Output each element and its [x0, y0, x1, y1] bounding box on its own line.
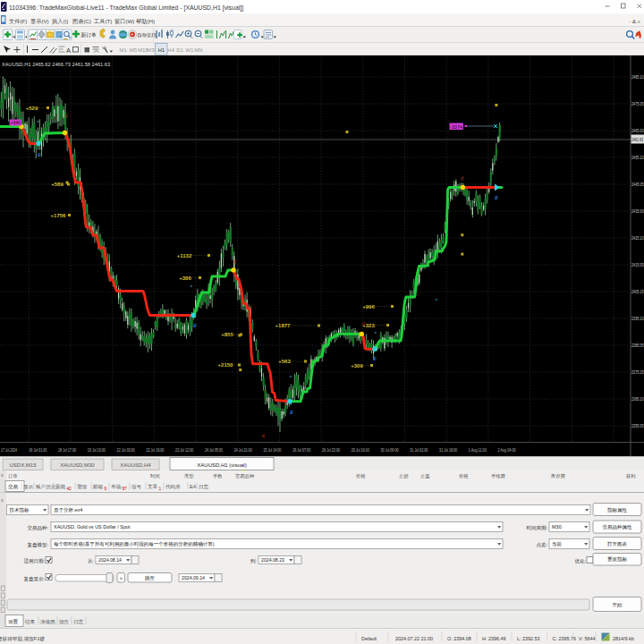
svg-text:+940: +940: [11, 120, 21, 125]
svg-text:x: x: [1, 497, 4, 503]
svg-text:获利: 获利: [626, 473, 636, 479]
svg-text:C: 2395.76: C: 2395.76: [553, 636, 576, 641]
svg-text:价格: 价格: [459, 473, 469, 479]
svg-text:2455.10: 2455.10: [631, 156, 644, 160]
svg-text:打开图表: 打开图表: [606, 541, 628, 547]
svg-text:净值图: 净值图: [40, 619, 55, 624]
svg-text:24 Jul 21:00: 24 Jul 21:00: [234, 448, 252, 453]
svg-text:适用日期:: 适用日期:: [23, 558, 45, 564]
svg-text:+2150: +2150: [218, 362, 234, 368]
svg-text:+386: +386: [179, 275, 191, 281]
svg-text:₽: ₽: [193, 323, 197, 328]
svg-text:XAUUSD, Gold vs US Dollar / Sp: XAUUSD, Gold vs US Dollar / Spot: [54, 524, 131, 530]
svg-text:2445.05: 2445.05: [631, 182, 644, 187]
svg-text:23 Jul 12:00: 23 Jul 12:00: [175, 448, 193, 453]
svg-text:24 Jul 05:00: 24 Jul 05:00: [205, 448, 223, 453]
svg-text:₽: ₽: [373, 356, 377, 361]
svg-text:D1: D1: [176, 47, 183, 53]
svg-text:交易: 交易: [8, 484, 19, 490]
svg-text:插入(I): 插入(I): [52, 18, 68, 25]
svg-text:日志: 日志: [73, 619, 84, 624]
svg-text:类型: 类型: [184, 473, 194, 479]
svg-text:手数: 手数: [213, 473, 223, 479]
svg-text:手续费: 手续费: [491, 473, 506, 479]
svg-text:-3374: -3374: [450, 124, 462, 130]
svg-text:交易品种属性: 交易品种属性: [603, 524, 633, 530]
svg-text:代码库: 代码库: [165, 484, 181, 489]
svg-text:22 Jul 03:00: 22 Jul 03:00: [117, 448, 135, 453]
svg-text:文章: 文章: [148, 484, 158, 489]
svg-text:新闻: 新闻: [55, 484, 65, 490]
svg-text:要获得帮助,请按F1键: 要获得帮助,请按F1键: [0, 636, 45, 642]
svg-text:新订单: 新订单: [81, 32, 97, 38]
svg-text:₽: ₽: [38, 152, 41, 157]
svg-text:1: 1: [158, 487, 161, 491]
svg-text:市场: 市场: [111, 484, 122, 490]
svg-text:2024.07.22 21:00: 2024.07.22 21:00: [395, 636, 433, 641]
svg-text:+563: +563: [278, 359, 291, 364]
svg-text:+1877: +1877: [275, 323, 292, 328]
svg-text:EA: EA: [190, 484, 197, 489]
svg-text:当前: 当前: [552, 541, 563, 547]
svg-text:2475.05: 2475.05: [631, 102, 644, 106]
svg-text:2814/9 kb: 2814/9 kb: [613, 636, 634, 641]
svg-text:原子分析.ex4: 原子分析.ex4: [54, 507, 82, 513]
svg-text:邮箱: 邮箱: [93, 484, 104, 490]
svg-text:»: »: [120, 575, 123, 580]
svg-text:XAUUSD,M30: XAUUSD,M30: [60, 462, 95, 468]
svg-text:29 Jul 16:00: 29 Jul 16:00: [352, 448, 369, 453]
svg-text:2485.10: 2485.10: [631, 75, 644, 80]
svg-text:MN: MN: [194, 47, 202, 53]
svg-text:2465.00: 2465.00: [631, 129, 644, 133]
svg-text:报告: 报告: [59, 619, 70, 624]
svg-text:工具(T): 工具(T): [93, 18, 112, 24]
svg-text:18 Jul 01:00: 18 Jul 01:00: [29, 448, 47, 453]
svg-text:25 Jul 14:00: 25 Jul 14:00: [263, 448, 281, 453]
svg-text:订单: 订单: [8, 473, 18, 479]
svg-text:跳至: 跳至: [145, 575, 156, 581]
svg-text:L: 2392.53: L: 2392.53: [517, 636, 539, 641]
svg-text:11034396: TradeMaxGlobal-Live1: 11034396: TradeMaxGlobal-Live11 - TradeM…: [9, 4, 243, 12]
svg-text:2425.10: 2425.10: [631, 236, 644, 241]
svg-text:日志: 日志: [199, 484, 209, 489]
svg-text:帮助(H): 帮助(H): [136, 18, 155, 25]
svg-text:账户历史: 账户历史: [36, 484, 56, 490]
svg-text:XAUUSD,H1 2465.62 2466.73 2461: XAUUSD,H1 2465.62 2466.73 2461.58 2461.6…: [2, 62, 110, 67]
svg-text:W1: W1: [185, 47, 194, 53]
svg-text:时间周期:: 时间周期:: [526, 525, 547, 531]
svg-text:30 Jul 09:00: 30 Jul 09:00: [381, 448, 399, 453]
svg-text:文件(F): 文件(F): [9, 18, 27, 24]
svg-text:信号: 信号: [131, 484, 142, 490]
svg-text:时间: 时间: [150, 473, 160, 479]
svg-text:图表(C): 图表(C): [72, 18, 91, 25]
svg-text:优化:: 优化:: [574, 558, 586, 564]
svg-text:₽: ₽: [290, 410, 293, 415]
svg-text:26 Jul 07:00: 26 Jul 07:00: [292, 448, 310, 453]
svg-text:警报: 警报: [77, 484, 88, 490]
svg-text:31 Jul 02:00: 31 Jul 02:00: [410, 448, 428, 453]
svg-text:H1: H1: [158, 47, 165, 53]
svg-text:2024.08.23: 2024.08.23: [261, 557, 284, 563]
svg-text:H: 2396.49: H: 2396.49: [482, 636, 505, 641]
svg-text:点差:: 点差:: [536, 542, 547, 547]
svg-text:22 Jul 19:00: 22 Jul 19:00: [146, 448, 164, 453]
svg-text:库存费: 库存费: [550, 473, 566, 479]
svg-text:更改指标: 更改指标: [607, 556, 628, 563]
svg-text:+1756: +1756: [51, 213, 67, 218]
svg-text:2395.10: 2395.10: [631, 317, 644, 321]
svg-text:止盈: 止盈: [420, 473, 430, 479]
svg-text:1 Aug 11:00: 1 Aug 11:00: [469, 448, 487, 453]
svg-text:6: 6: [104, 487, 106, 491]
svg-text:+996: +996: [362, 304, 375, 309]
svg-text:2024.09.14: 2024.09.14: [182, 575, 205, 580]
svg-text:2024.08.14: 2024.08.14: [98, 557, 122, 563]
svg-text:复盘模型:: 复盘模型:: [27, 542, 48, 548]
svg-text:+589: +589: [51, 182, 64, 187]
svg-text:XAUUSD,H4: XAUUSD,H4: [120, 462, 151, 468]
svg-text:XAUUSD,H1 (visual): XAUUSD,H1 (visual): [197, 462, 246, 468]
svg-text:显示: 显示: [23, 484, 34, 490]
svg-text:交易品种:: 交易品种:: [27, 525, 48, 531]
svg-text:2375.15: 2375.15: [631, 370, 644, 375]
svg-text:M1: M1: [120, 47, 128, 53]
svg-text:显示(V): 显示(V): [30, 18, 49, 25]
